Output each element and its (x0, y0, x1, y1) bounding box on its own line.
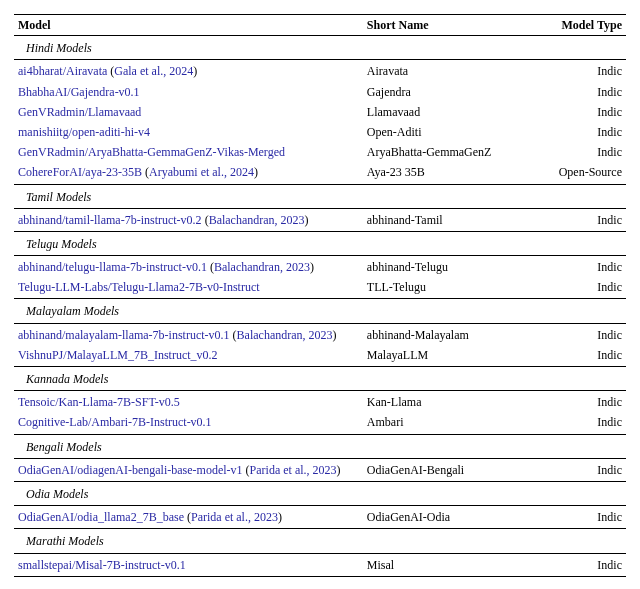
header-model: Model (14, 15, 363, 36)
model-link[interactable]: abhinand/malayalam-llama-7b-instruct-v0.… (18, 328, 230, 342)
section-title: Kannada Models (18, 372, 108, 386)
section-row: Hindi Models (14, 36, 626, 60)
section-row: Malayalam Models (14, 299, 626, 323)
model-link[interactable]: OdiaGenAI/odia_llama2_7B_base (18, 510, 184, 524)
table-row: CohereForAI/aya-23-35B (Aryabumi et al.,… (14, 162, 626, 184)
section-row: Bengali Models (14, 434, 626, 458)
short-name: Ambari (363, 412, 516, 434)
model-link[interactable]: VishnuPJ/MalayaLLM_7B_Instruct_v0.2 (18, 348, 218, 362)
section-title: Malayalam Models (18, 304, 119, 318)
model-type: Indic (516, 553, 626, 576)
short-name: abhinand-Telugu (363, 256, 516, 278)
model-link[interactable]: ai4bharat/Airavata (18, 64, 107, 78)
table-header-row: Model Short Name Model Type (14, 15, 626, 36)
model-link[interactable]: CohereForAI/aya-23-35B (18, 165, 142, 179)
citation[interactable]: Parida et al., 2023 (250, 463, 337, 477)
citation[interactable]: Balachandran, 2023 (214, 260, 310, 274)
citation[interactable]: Parida et al., 2023 (191, 510, 278, 524)
model-type: Indic (516, 82, 626, 102)
short-name: MalayaLLM (363, 345, 516, 367)
table-row: ai4bharat/Airavata (Gala et al., 2024)Ai… (14, 60, 626, 82)
section-row: Marathi Models (14, 529, 626, 553)
models-table: Model Short Name Model Type Hindi Models… (14, 14, 626, 577)
table-row: GenVRadmin/LlamavaadLlamavaadIndic (14, 102, 626, 122)
section-row: Tamil Models (14, 184, 626, 208)
section-title: Odia Models (18, 487, 88, 501)
table-row: GenVRadmin/AryaBhatta-GemmaGenZ-Vikas-Me… (14, 142, 626, 162)
short-name: abhinand-Tamil (363, 208, 516, 231)
model-type: Indic (516, 208, 626, 231)
table-row: abhinand/tamil-llama-7b-instruct-v0.2 (B… (14, 208, 626, 231)
table-row: OdiaGenAI/odia_llama2_7B_base (Parida et… (14, 506, 626, 529)
header-type: Model Type (516, 15, 626, 36)
table-row: abhinand/malayalam-llama-7b-instruct-v0.… (14, 323, 626, 345)
table-row: manishiitg/open-aditi-hi-v4Open-AditiInd… (14, 122, 626, 142)
model-type: Indic (516, 60, 626, 82)
section-title: Marathi Models (18, 534, 104, 548)
header-short: Short Name (363, 15, 516, 36)
short-name: Airavata (363, 60, 516, 82)
short-name: Llamavaad (363, 102, 516, 122)
short-name: Kan-Llama (363, 391, 516, 413)
short-name: OdiaGenAI-Odia (363, 506, 516, 529)
table-row: VishnuPJ/MalayaLLM_7B_Instruct_v0.2Malay… (14, 345, 626, 367)
model-link[interactable]: Tensoic/Kan-Llama-7B-SFT-v0.5 (18, 395, 180, 409)
section-title: Telugu Models (18, 237, 97, 251)
citation[interactable]: Gala et al., 2024 (114, 64, 193, 78)
model-type: Indic (516, 458, 626, 481)
table-row: abhinand/telugu-llama-7b-instruct-v0.1 (… (14, 256, 626, 278)
model-type: Indic (516, 142, 626, 162)
model-type: Indic (516, 122, 626, 142)
section-row: Odia Models (14, 481, 626, 505)
short-name: Aya-23 35B (363, 162, 516, 184)
citation[interactable]: Balachandran, 2023 (209, 213, 305, 227)
short-name: Misal (363, 553, 516, 576)
citation[interactable]: Balachandran, 2023 (237, 328, 333, 342)
short-name: OdiaGenAI-Bengali (363, 458, 516, 481)
table-row: OdiaGenAI/odiagenAI-bengali-base-model-v… (14, 458, 626, 481)
model-type: Indic (516, 102, 626, 122)
model-link[interactable]: manishiitg/open-aditi-hi-v4 (18, 125, 150, 139)
table-row: Tensoic/Kan-Llama-7B-SFT-v0.5Kan-LlamaIn… (14, 391, 626, 413)
section-title: Bengali Models (18, 440, 102, 454)
table-row: smallstepai/Misal-7B-instruct-v0.1MisalI… (14, 553, 626, 576)
section-row: Telugu Models (14, 231, 626, 255)
model-link[interactable]: OdiaGenAI/odiagenAI-bengali-base-model-v… (18, 463, 243, 477)
model-link[interactable]: abhinand/telugu-llama-7b-instruct-v0.1 (18, 260, 207, 274)
model-type: Indic (516, 277, 626, 299)
model-type: Indic (516, 345, 626, 367)
model-type: Indic (516, 391, 626, 413)
model-link[interactable]: BhabhaAI/Gajendra-v0.1 (18, 85, 140, 99)
short-name: AryaBhatta-GemmaGenZ (363, 142, 516, 162)
short-name: TLL-Telugu (363, 277, 516, 299)
section-row: Kannada Models (14, 367, 626, 391)
model-type: Indic (516, 256, 626, 278)
table-row: Telugu-LLM-Labs/Telugu-Llama2-7B-v0-Inst… (14, 277, 626, 299)
short-name: Gajendra (363, 82, 516, 102)
model-link[interactable]: GenVRadmin/AryaBhatta-GemmaGenZ-Vikas-Me… (18, 145, 285, 159)
model-type: Indic (516, 506, 626, 529)
model-link[interactable]: abhinand/tamil-llama-7b-instruct-v0.2 (18, 213, 202, 227)
short-name: Open-Aditi (363, 122, 516, 142)
citation[interactable]: Aryabumi et al., 2024 (149, 165, 254, 179)
table-row: Cognitive-Lab/Ambari-7B-Instruct-v0.1Amb… (14, 412, 626, 434)
section-title: Tamil Models (18, 190, 91, 204)
model-type: Open-Source (516, 162, 626, 184)
model-type: Indic (516, 323, 626, 345)
model-link[interactable]: Cognitive-Lab/Ambari-7B-Instruct-v0.1 (18, 415, 212, 429)
model-link[interactable]: GenVRadmin/Llamavaad (18, 105, 141, 119)
model-type: Indic (516, 412, 626, 434)
short-name: abhinand-Malayalam (363, 323, 516, 345)
model-link[interactable]: Telugu-LLM-Labs/Telugu-Llama2-7B-v0-Inst… (18, 280, 260, 294)
model-link[interactable]: smallstepai/Misal-7B-instruct-v0.1 (18, 558, 186, 572)
table-row: BhabhaAI/Gajendra-v0.1GajendraIndic (14, 82, 626, 102)
section-title: Hindi Models (18, 41, 92, 55)
